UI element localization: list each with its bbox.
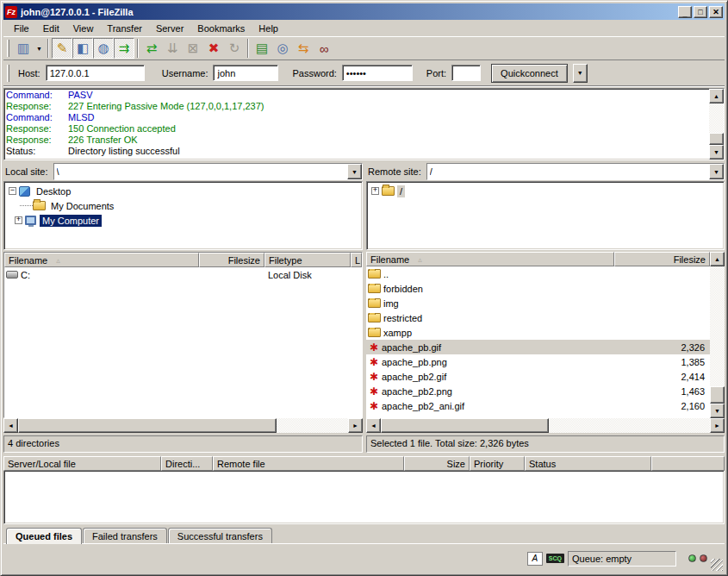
remote-site-dropdown[interactable]: ▼: [709, 164, 724, 179]
resize-grip[interactable]: [711, 559, 723, 571]
remote-site-input[interactable]: [427, 164, 709, 179]
column-header-direction[interactable]: Directi...: [161, 456, 213, 471]
remote-site-combo[interactable]: ▼: [426, 163, 725, 180]
remote-list-header: Filename ▵ Filesize: [366, 252, 710, 266]
local-site-combo[interactable]: ▼: [53, 163, 363, 180]
remote-file-row[interactable]: forbidden: [366, 281, 710, 296]
local-file-row[interactable]: C: Local Disk: [4, 267, 362, 282]
scroll-thumb[interactable]: [709, 133, 724, 145]
toggle-local-tree-button[interactable]: ◧: [72, 38, 93, 59]
menu-bookmarks[interactable]: Bookmarks: [190, 22, 252, 35]
port-input[interactable]: [451, 65, 481, 81]
expand-icon[interactable]: +: [15, 216, 22, 224]
column-header-lastmodified[interactable]: L: [351, 253, 362, 267]
scroll-right-button[interactable]: ►: [710, 418, 725, 433]
column-header-filesize[interactable]: Filesize: [199, 253, 264, 267]
expand-icon[interactable]: +: [371, 187, 379, 195]
find-button[interactable]: ∞: [314, 38, 334, 59]
quickconnect-grip[interactable]: [7, 65, 9, 82]
scroll-thumb[interactable]: [381, 418, 549, 433]
site-manager-dropdown[interactable]: ▼: [34, 38, 45, 59]
column-header-filetype[interactable]: Filetype: [264, 253, 351, 267]
column-header-remote-file[interactable]: Remote file: [213, 456, 404, 471]
menu-server[interactable]: Server: [149, 22, 190, 35]
disconnect-button[interactable]: ✖: [203, 38, 224, 59]
scroll-track[interactable]: [710, 266, 725, 386]
remote-file-row[interactable]: ✱apache_pb2.gif 2,414: [366, 369, 710, 384]
password-input[interactable]: [342, 65, 413, 81]
scroll-left-button[interactable]: ◄: [366, 418, 381, 433]
scroll-track[interactable]: [549, 418, 710, 433]
column-header-status[interactable]: Status: [525, 456, 651, 471]
menu-file[interactable]: File: [7, 22, 36, 35]
column-header-filename[interactable]: Filename ▵: [366, 252, 614, 266]
scroll-track[interactable]: [277, 418, 348, 433]
scroll-left-button[interactable]: ◄: [3, 418, 18, 433]
quickconnect-button[interactable]: Quickconnect: [491, 64, 568, 83]
maximize-button[interactable]: □: [694, 6, 707, 18]
cancel-button[interactable]: ⊠: [183, 38, 203, 59]
reconnect-button[interactable]: ↻: [224, 38, 245, 59]
scroll-right-button[interactable]: ►: [348, 418, 363, 433]
menu-transfer[interactable]: Transfer: [100, 22, 149, 35]
quickconnect-dropdown[interactable]: ▼: [573, 64, 588, 83]
local-hscrollbar[interactable]: ◄ ►: [3, 418, 363, 433]
scroll-thumb[interactable]: [18, 418, 277, 433]
tree-item-my-documents[interactable]: My Documents: [6, 198, 362, 213]
toggle-message-log-button[interactable]: ✎: [52, 38, 72, 59]
toolbar-grip[interactable]: [7, 40, 9, 57]
collapse-icon[interactable]: −: [9, 187, 16, 195]
tree-item-desktop[interactable]: − Desktop: [6, 184, 362, 198]
title-bar[interactable]: Fz john@127.0.0.1 - FileZilla _ □ ✕: [3, 3, 725, 20]
log-scrollbar[interactable]: ▲ ▼: [709, 89, 724, 160]
column-header-filename[interactable]: Filename ▵: [4, 253, 199, 267]
scroll-track[interactable]: [709, 103, 724, 133]
remote-file-row[interactable]: img: [366, 296, 710, 310]
file-name: xampp: [383, 328, 412, 338]
remote-file-row[interactable]: ✱apache_pb.png 1,385: [366, 354, 710, 369]
toggle-queue-button[interactable]: ⇉: [114, 38, 134, 59]
column-header-priority[interactable]: Priority: [470, 456, 525, 471]
remote-hscrollbar[interactable]: ◄ ►: [366, 418, 725, 433]
transfer-queue: Server/Local file Directi... Remote file…: [3, 456, 725, 524]
minimize-button[interactable]: _: [678, 6, 692, 18]
refresh-button[interactable]: ⇄: [141, 38, 162, 59]
drive-icon: [6, 271, 18, 279]
remote-file-row[interactable]: ✱apache_pb2_ani.gif 2,160: [366, 398, 710, 413]
local-site-dropdown[interactable]: ▼: [347, 164, 362, 179]
tree-item-root[interactable]: + /: [369, 184, 724, 198]
tab-successful-transfers[interactable]: Successful transfers: [168, 528, 272, 543]
scroll-down-button[interactable]: ▼: [710, 404, 725, 418]
sync-browsing-button[interactable]: ⇆: [293, 38, 314, 59]
column-header-size[interactable]: Size: [404, 456, 470, 471]
tab-queued-files[interactable]: Queued files: [6, 528, 82, 544]
scroll-thumb[interactable]: [710, 386, 725, 404]
column-header-server-local-file[interactable]: Server/Local file: [3, 456, 161, 471]
tree-item-my-computer[interactable]: + My Computer: [6, 213, 362, 228]
process-queue-button[interactable]: ⇊: [162, 38, 183, 59]
menu-help[interactable]: Help: [252, 22, 285, 35]
disconnect-icon: ✖: [208, 41, 220, 56]
remote-file-row[interactable]: xampp: [366, 325, 710, 340]
menu-view[interactable]: View: [66, 22, 101, 35]
column-header-filesize[interactable]: Filesize: [614, 252, 710, 266]
host-input[interactable]: [46, 65, 145, 81]
toggle-remote-tree-button[interactable]: ◍: [93, 38, 114, 59]
remote-vscrollbar[interactable]: ▲ ▼: [710, 252, 725, 418]
compare-button[interactable]: ◎: [272, 38, 293, 59]
close-button[interactable]: ✕: [709, 6, 723, 18]
local-site-input[interactable]: [54, 164, 347, 179]
filter-button[interactable]: ▤: [252, 38, 272, 59]
scroll-up-button[interactable]: ▲: [710, 252, 725, 266]
tab-failed-transfers[interactable]: Failed transfers: [83, 528, 167, 543]
remote-file-row[interactable]: ..: [366, 266, 710, 281]
scroll-down-button[interactable]: ▼: [709, 145, 724, 160]
username-input[interactable]: [213, 65, 278, 81]
menu-edit[interactable]: Edit: [36, 22, 66, 35]
site-manager-button[interactable]: ▥: [13, 38, 34, 59]
remote-file-row[interactable]: restricted: [366, 310, 710, 325]
remote-file-row[interactable]: ✱apache_pb2.png 1,463: [366, 384, 710, 398]
chevron-down-icon: ▼: [352, 169, 358, 175]
scroll-up-button[interactable]: ▲: [709, 89, 724, 103]
remote-file-row-selected[interactable]: ✱apache_pb.gif 2,326: [366, 340, 710, 354]
